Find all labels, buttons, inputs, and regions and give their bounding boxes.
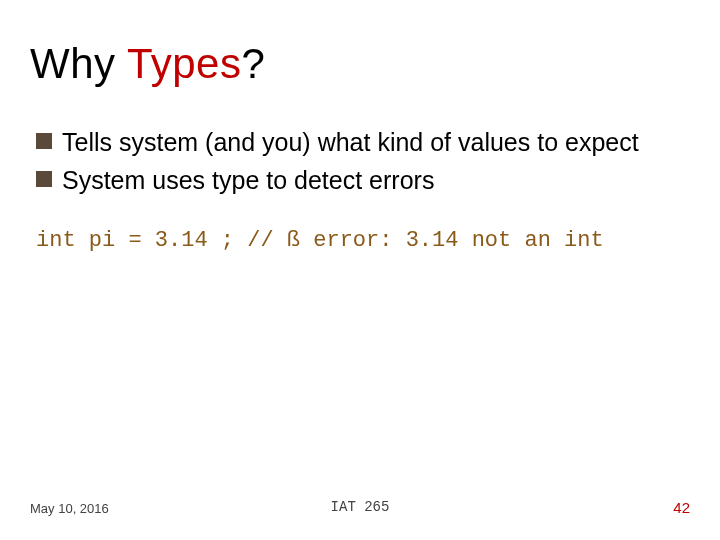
footer-course: IAT 265 bbox=[331, 499, 390, 515]
list-item: Tells system (and you) what kind of valu… bbox=[36, 126, 690, 160]
footer-page-number: 42 bbox=[673, 499, 690, 516]
code-example: int pi = 3.14 ; // ß error: 3.14 not an … bbox=[36, 228, 690, 253]
bullet-text: System uses type to detect errors bbox=[62, 164, 434, 198]
bullet-text: Tells system (and you) what kind of valu… bbox=[62, 126, 639, 160]
bullet-list: Tells system (and you) what kind of valu… bbox=[36, 126, 690, 198]
square-bullet-icon bbox=[36, 171, 52, 187]
list-item: System uses type to detect errors bbox=[36, 164, 690, 198]
footer-date: May 10, 2016 bbox=[30, 501, 109, 516]
slide-footer: May 10, 2016 IAT 265 42 bbox=[30, 499, 690, 516]
title-part2: ? bbox=[241, 40, 265, 87]
slide-title: Why Types? bbox=[30, 40, 690, 88]
square-bullet-icon bbox=[36, 133, 52, 149]
title-accent: Types bbox=[127, 40, 242, 87]
title-part1: Why bbox=[30, 40, 127, 87]
